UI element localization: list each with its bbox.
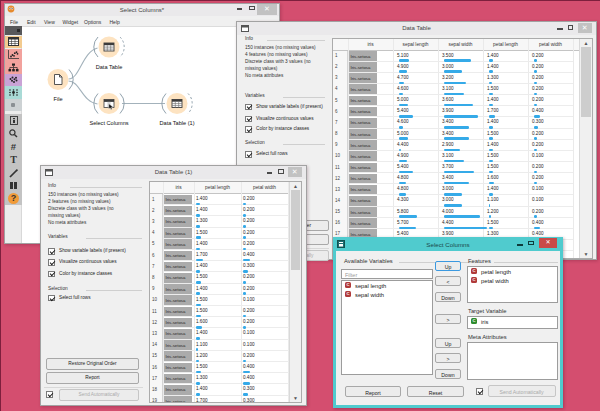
svg-text:Data Table (1): Data Table (1) [159,120,194,126]
svg-text:Select Columns: Select Columns [89,120,128,126]
svg-text:File: File [53,96,62,102]
svg-text:Data Table: Data Table [96,64,123,70]
